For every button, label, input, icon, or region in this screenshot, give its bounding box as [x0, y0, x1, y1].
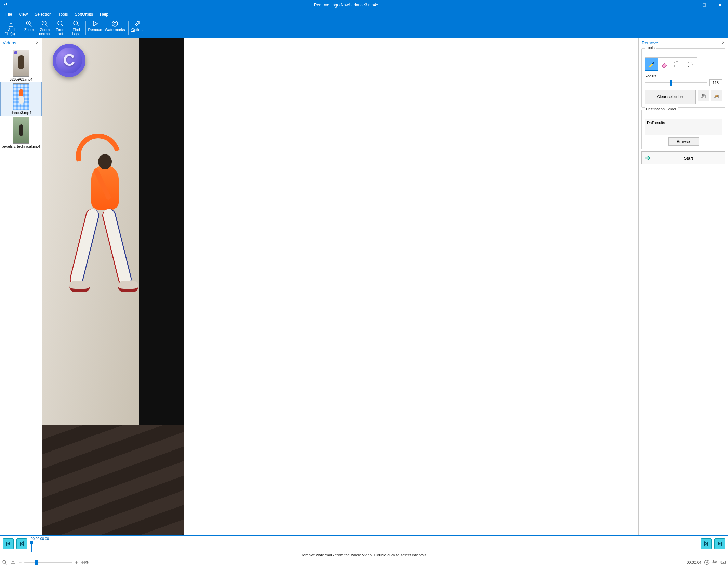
menu-view[interactable]: View [15, 11, 31, 18]
timeline-track[interactable]: 00:00:00 00 [31, 536, 697, 552]
find-logo-icon [72, 19, 80, 28]
zoom-in-button[interactable]: Zoom in [21, 18, 37, 37]
remove-button[interactable]: Remove [87, 18, 103, 37]
status-fit-icon[interactable] [10, 560, 16, 565]
video-thumbnail [13, 50, 29, 77]
eraser-tool[interactable] [658, 58, 671, 71]
radius-value[interactable]: 118 [709, 79, 722, 86]
watermarks-button[interactable]: Watermarks [103, 18, 127, 37]
find-logo-button[interactable]: Find Logo [68, 18, 84, 37]
video-item[interactable]: 6265961.mp4 [1, 49, 41, 82]
start-label: Start [655, 156, 722, 161]
options-button[interactable]: Options [130, 18, 146, 37]
svg-line-18 [77, 25, 79, 26]
destination-path[interactable]: D:\Results [645, 119, 722, 135]
video-name: dance3.mp4 [10, 111, 32, 115]
timeline-help: Remove watermark from the whole video. D… [0, 552, 728, 558]
play-icon [91, 19, 99, 28]
status-zoom-icon[interactable] [2, 560, 8, 565]
videos-pane-close[interactable]: × [35, 40, 39, 45]
options-label: Options [131, 28, 144, 32]
marker-tool[interactable] [645, 58, 658, 71]
svg-point-33 [3, 560, 6, 563]
menu-bar: File View Selection Tools SoftOrbits Hel… [0, 10, 728, 18]
zoom-slider[interactable] [24, 562, 72, 563]
zoom-plus[interactable]: + [75, 559, 78, 565]
facebook-icon[interactable] [704, 560, 710, 565]
rectangle-select-tool[interactable] [671, 58, 684, 71]
svg-text:1: 1 [43, 22, 45, 25]
video-item-selected[interactable]: dance3.mp4 [1, 82, 41, 116]
browse-button[interactable]: Browse [668, 137, 699, 146]
zoom-percent: 44% [81, 560, 89, 564]
svg-marker-26 [7, 542, 10, 546]
menu-selection[interactable]: Selection [31, 11, 55, 18]
svg-marker-39 [723, 562, 724, 563]
toolbar-separator-2 [128, 21, 129, 35]
svg-rect-1 [703, 4, 706, 6]
timeline-body[interactable] [31, 541, 697, 552]
prev-frame-button[interactable] [16, 538, 27, 549]
toolbar-separator [85, 21, 86, 35]
menu-file[interactable]: File [2, 11, 15, 18]
start-button[interactable]: Start [641, 151, 725, 164]
goto-end-button[interactable] [714, 538, 725, 549]
clear-row: Clear selection [645, 90, 722, 104]
save-selection-button[interactable] [698, 90, 709, 101]
svg-point-17 [74, 21, 78, 25]
tool-row [645, 57, 697, 71]
remove-pane-close[interactable]: × [721, 40, 725, 45]
video-frame-subject [67, 127, 143, 302]
video-thumbnail [13, 83, 29, 110]
next-frame-button[interactable] [701, 538, 712, 549]
twitter-icon[interactable] [712, 560, 718, 565]
preview-canvas: C [42, 38, 184, 535]
video-item[interactable]: pexels-c-technical.mp4 [1, 116, 41, 149]
lasso-tool[interactable] [684, 58, 697, 71]
time-marks: 00:00:00 00 [31, 536, 697, 541]
svg-point-20 [112, 21, 118, 26]
video-thumbnail [13, 117, 29, 144]
radius-slider[interactable] [645, 82, 707, 83]
videos-pane: Videos × 6265961.mp4 dance3.mp4 [0, 38, 42, 535]
menu-softorbits[interactable]: SoftOrbits [71, 11, 96, 18]
goto-start-button[interactable] [3, 538, 14, 549]
copyright-icon [111, 19, 119, 28]
status-bar: − + 44% 00:00:04 [0, 558, 728, 566]
svg-point-22 [688, 66, 689, 67]
add-files-button[interactable]: Add File(s)... [1, 18, 21, 37]
zoom-out-label: Zoom out [56, 28, 65, 36]
timeline-cursor[interactable] [31, 541, 32, 552]
load-selection-button[interactable] [711, 90, 722, 101]
zoom-minus[interactable]: − [18, 559, 22, 565]
minimize-button[interactable] [681, 0, 697, 10]
video-list: 6265961.mp4 dance3.mp4 pexels-c-technica… [0, 48, 42, 535]
svg-rect-21 [675, 62, 680, 67]
zoom-normal-label: Zoom normal [39, 28, 51, 36]
preview-area[interactable]: C [42, 38, 638, 535]
svg-line-12 [46, 25, 48, 26]
svg-marker-19 [93, 21, 97, 26]
radius-row: 118 [645, 79, 722, 86]
remove-label: Remove [88, 28, 102, 32]
videos-pane-title: Videos [3, 40, 35, 45]
menu-help[interactable]: Help [96, 11, 112, 18]
find-logo-label: Find Logo [72, 28, 80, 36]
youtube-icon[interactable] [720, 560, 726, 565]
close-button[interactable] [712, 0, 728, 10]
svg-line-15 [62, 25, 63, 26]
menu-tools[interactable]: Tools [55, 11, 71, 18]
main-content: Videos × 6265961.mp4 dance3.mp4 [0, 38, 728, 535]
radius-label: Radius [645, 74, 722, 78]
destination-group: Destination Folder D:\Results Browse [641, 110, 725, 149]
clear-selection-button[interactable]: Clear selection [645, 90, 696, 104]
zoom-in-icon [25, 19, 33, 28]
zoom-normal-button[interactable]: 1 Zoom normal [37, 18, 53, 37]
tools-group: Tools Radius 118 C [641, 48, 725, 108]
maximize-button[interactable] [697, 0, 712, 10]
svg-rect-35 [11, 561, 15, 564]
wrench-icon [134, 19, 142, 28]
zoom-out-button[interactable]: Zoom out [53, 18, 68, 37]
timeline-controls: 00:00:00 00 [0, 536, 728, 552]
video-name: pexels-c-technical.mp4 [1, 144, 41, 148]
